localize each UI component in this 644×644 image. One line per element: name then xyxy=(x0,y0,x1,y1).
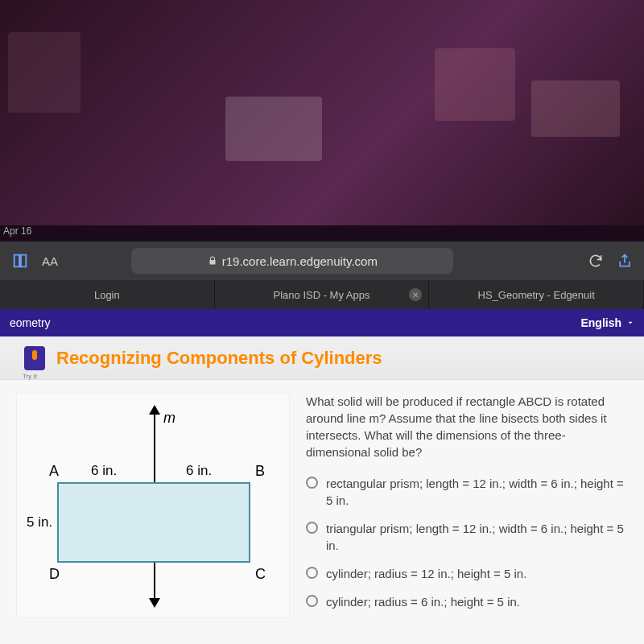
tab-bar: Login Plano ISD - My Apps✕ HS_Geometry -… xyxy=(0,280,644,309)
axis-label-m: m xyxy=(163,410,175,427)
reload-icon[interactable] xyxy=(588,253,604,269)
lesson-content: Try It Recognizing Components of Cylinde… xyxy=(0,336,644,644)
radio-icon[interactable] xyxy=(306,567,318,579)
lesson-header: Try It Recognizing Components of Cylinde… xyxy=(0,336,644,380)
bookmarks-icon[interactable] xyxy=(11,252,29,270)
date-label: Apr 16 xyxy=(0,224,35,238)
figure-diagram: m A B C D 6 in. 6 in. 5 in. xyxy=(16,393,290,618)
text-size-control[interactable]: AA xyxy=(42,254,58,268)
vertex-c: C xyxy=(255,566,266,583)
course-header: eometry English xyxy=(0,309,644,336)
rectangle-abcd xyxy=(57,482,250,563)
radio-icon[interactable] xyxy=(306,522,318,534)
radio-icon[interactable] xyxy=(306,595,318,607)
language-selector[interactable]: English xyxy=(580,316,634,329)
share-icon[interactable] xyxy=(617,253,633,269)
chevron-down-icon xyxy=(626,319,634,327)
url-text: r19.core.learn.edgenuity.com xyxy=(222,254,378,268)
lock-icon xyxy=(208,256,217,266)
dimension-6in-left: 6 in. xyxy=(91,463,117,479)
radio-icon[interactable] xyxy=(306,477,318,489)
browser-toolbar: AA r19.core.learn.edgenuity.com xyxy=(0,242,644,280)
question-text: What solid will be produced if rectangle… xyxy=(306,393,628,460)
tab-geometry[interactable]: HS_Geometry - Edgenuit xyxy=(429,280,644,309)
vertex-b: B xyxy=(255,463,265,480)
tab-plano-isd[interactable]: Plano ISD - My Apps✕ xyxy=(215,280,430,309)
address-bar[interactable]: r19.core.learn.edgenuity.com xyxy=(131,248,453,274)
dimension-5in: 5 in. xyxy=(27,514,52,530)
option-4[interactable]: cylinder; radius = 6 in.; height = 5 in. xyxy=(306,593,628,610)
vertex-d: D xyxy=(49,566,60,583)
question-panel: What solid will be produced if rectangle… xyxy=(306,393,628,621)
vertex-a: A xyxy=(49,463,59,480)
option-3[interactable]: cylinder; radius = 12 in.; height = 5 in… xyxy=(306,565,628,582)
tryit-badge: Try It xyxy=(24,346,45,370)
lesson-title: Recognizing Components of Cylinders xyxy=(56,348,382,369)
course-name: eometry xyxy=(10,316,51,329)
option-1[interactable]: rectangular prism; length = 12 in.; widt… xyxy=(306,475,628,509)
close-icon[interactable]: ✕ xyxy=(409,288,422,301)
option-2[interactable]: triangular prism; length = 12 in.; width… xyxy=(306,520,628,554)
dimension-6in-right: 6 in. xyxy=(186,463,212,479)
tab-login[interactable]: Login xyxy=(0,280,215,309)
desktop-background xyxy=(0,0,644,225)
